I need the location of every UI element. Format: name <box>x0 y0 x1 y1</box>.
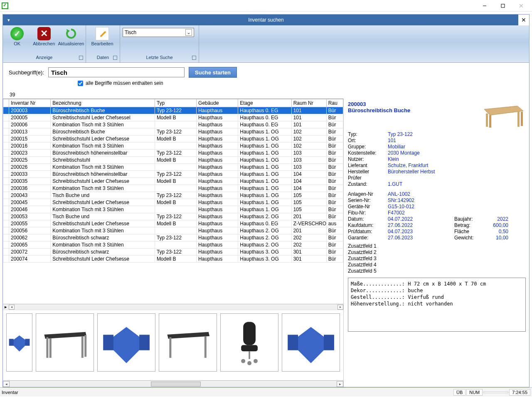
extra-field: Zusatztfeld 2 <box>348 249 526 256</box>
svg-rect-11 <box>49 338 52 358</box>
extra-field: Zusatztfeld 4 <box>348 262 526 268</box>
col-header[interactable]: Rau <box>326 99 343 107</box>
svg-rect-26 <box>288 335 298 350</box>
thumbnail-strip <box>3 310 343 380</box>
search-label: Suchbegriff(e): <box>9 69 44 76</box>
table-row[interactable]: 200026Kombination Tisch mit 3 StühlenHau… <box>3 164 343 171</box>
extra-field: Zusatztfeld 3 <box>348 256 526 262</box>
dialog-launcher-icon[interactable] <box>79 56 83 60</box>
table-row[interactable]: 200006Kombination Tisch mit 3 StühlenHau… <box>3 121 343 128</box>
svg-rect-12 <box>84 335 86 357</box>
col-header[interactable]: Inventar Nr <box>9 99 51 107</box>
dialog-launcher-icon[interactable] <box>113 56 117 60</box>
svg-rect-30 <box>517 111 520 127</box>
table-row[interactable]: 200065Kombination Tisch mit 3 StühlenHau… <box>3 241 343 249</box>
chevron-down-icon: ⌄ <box>185 29 192 36</box>
svg-rect-31 <box>489 115 491 128</box>
result-count: 39 <box>3 89 529 99</box>
refresh-button[interactable]: Aktualisieren <box>59 27 83 55</box>
table-row[interactable]: 200074Schreibtischstuhl Leder ChefsesseM… <box>3 256 343 263</box>
all-terms-checkbox[interactable] <box>78 81 83 86</box>
svg-rect-17 <box>169 337 171 358</box>
app-logo-icon <box>2 2 8 9</box>
svg-rect-19 <box>243 322 256 345</box>
search-input[interactable] <box>48 67 185 77</box>
extra-field: Zusatztfeld 5 <box>348 268 526 274</box>
table-row[interactable]: 200023Büroschreibtisch höheneinstellbarT… <box>3 150 343 157</box>
col-header[interactable]: Bezeichnung <box>51 99 155 107</box>
thumbnail[interactable] <box>282 313 340 372</box>
thumbs-h-scrollbar[interactable]: ◂▸ <box>3 380 343 387</box>
detail-notes[interactable]: Maße.............: H 72 cm x B 1400 x T … <box>348 278 526 332</box>
maximize-button[interactable] <box>494 0 512 11</box>
thumbnail[interactable] <box>6 313 32 372</box>
svg-rect-7 <box>25 339 30 346</box>
window-titlebar <box>0 0 532 12</box>
ribbon-group-data: Daten <box>97 55 109 60</box>
detail-name: Büroschreibtisch Buche <box>348 107 480 113</box>
ribbon-group-lastsearch: Letzte Suche <box>146 55 172 60</box>
svg-point-23 <box>254 359 258 363</box>
svg-rect-10 <box>81 336 84 358</box>
dialog-title: Inventar suchen <box>248 17 283 23</box>
window-close-button <box>512 0 530 11</box>
table-row[interactable]: 200025SchreibtischstuhlModell BHaupthaus… <box>3 157 343 164</box>
table-row[interactable]: 200036Kombination Tisch mit 3 StühlenHau… <box>3 185 343 192</box>
svg-rect-15 <box>139 335 150 350</box>
table-row[interactable]: 200005Schreibtischstuhl Leder Chefsessel… <box>3 114 343 121</box>
status-left: Inventar <box>2 390 18 395</box>
svg-rect-27 <box>324 335 334 350</box>
extra-field: Zusatztfeld 1 <box>348 243 526 249</box>
col-header[interactable]: Etage <box>238 99 291 107</box>
table-row[interactable]: 200013Büroschreibtisch BucheTyp 23-122Ha… <box>3 128 343 135</box>
svg-rect-32 <box>521 112 523 126</box>
qat-dropdown-icon[interactable]: ▾ <box>3 17 15 23</box>
thumbnail[interactable] <box>97 313 155 372</box>
thumbnail[interactable] <box>36 313 94 372</box>
table-row[interactable]: 200056Kombination Tisch mit 3 StühlenHau… <box>3 227 343 234</box>
table-row[interactable]: 200016Kombination Tisch mit 3 StühlenHau… <box>3 143 343 150</box>
thumbnail[interactable] <box>220 313 278 372</box>
last-search-combo[interactable]: Tisch⌄ <box>123 28 194 37</box>
svg-rect-6 <box>9 339 14 346</box>
table-row[interactable]: 200015Schreibtischstuhl Leder ChefsesseM… <box>3 135 343 143</box>
svg-point-24 <box>247 361 251 365</box>
ribbon-group-display: Anzeige <box>36 55 53 60</box>
table-row[interactable]: 200043Tisch Buche undTyp 23-122Haupthaus… <box>3 192 343 199</box>
table-row[interactable]: 200033Büroschreibtisch höheneinstellbarT… <box>3 171 343 178</box>
table-row[interactable]: 200055Schreibtischstuhl Leder ChefsesseM… <box>3 220 343 227</box>
status-ub: ÜB <box>453 389 466 396</box>
status-time: 7:24:55 <box>509 389 530 396</box>
results-table[interactable]: Inventar NrBezeichnungTypGebäudeEtageRau… <box>3 99 343 263</box>
table-row[interactable]: 200035Schreibtischstuhl Leder ChefsesseM… <box>3 178 343 185</box>
svg-marker-8 <box>44 332 87 339</box>
dialog-close-button[interactable]: ✕ <box>518 15 529 25</box>
svg-rect-9 <box>47 337 49 358</box>
table-row[interactable]: 200053Tisch Buche undTyp 23-122Haupthaus… <box>3 213 343 220</box>
col-header[interactable]: Typ <box>155 99 196 107</box>
table-row[interactable]: 200072Büroschreibtisch schwarzTyp 23-122… <box>3 249 343 256</box>
search-start-button[interactable]: Suche starten <box>189 67 237 78</box>
col-header[interactable]: Gebäude <box>197 99 238 107</box>
status-num: NUM <box>466 389 483 396</box>
cancel-button[interactable]: ✕Abbrechen <box>32 27 56 55</box>
ok-button[interactable]: ✓OK <box>5 27 29 55</box>
status-bar: Inventar ÜB NUM 7:24:55 <box>0 387 532 397</box>
thumbnail[interactable] <box>159 313 217 372</box>
table-row[interactable]: 200062Büroschreibtisch schwarzTyp 23-122… <box>3 234 343 241</box>
minimize-button[interactable] <box>475 0 494 11</box>
table-row[interactable]: 200045Schreibtischstuhl Leder ChefsesseM… <box>3 199 343 206</box>
svg-rect-20 <box>241 345 258 351</box>
ribbon: ✓OK ✕Abbrechen Aktualisieren Anzeige Bea… <box>3 25 529 63</box>
col-header[interactable]: Raum Nr <box>291 99 326 107</box>
svg-rect-14 <box>103 335 113 350</box>
svg-rect-18 <box>204 336 207 358</box>
grid-h-scrollbar[interactable]: ▸ ◂▸ <box>3 304 343 310</box>
table-row[interactable]: 200046Kombination Tisch mit 3 StühlenHau… <box>3 206 343 213</box>
detail-nr: 200003 <box>348 101 480 107</box>
svg-point-22 <box>241 359 245 363</box>
edit-button[interactable]: Bearbeiten <box>89 27 116 55</box>
svg-rect-1 <box>501 4 505 7</box>
dialog-launcher-icon[interactable] <box>192 56 196 60</box>
table-row[interactable]: 200003Büroschreibtisch BucheTyp 23-122Ha… <box>3 107 343 114</box>
